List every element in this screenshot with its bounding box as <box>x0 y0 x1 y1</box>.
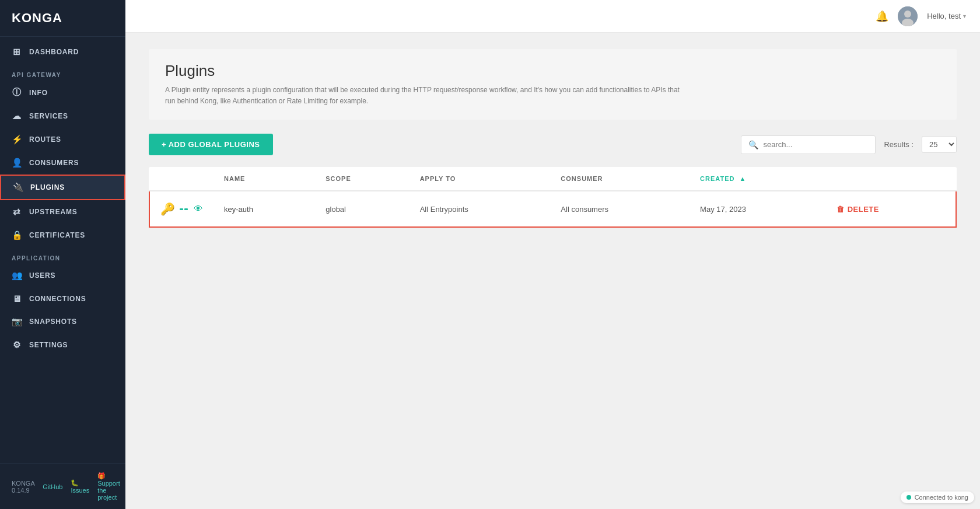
delete-button[interactable]: 🗑 DELETE <box>836 205 879 214</box>
sidebar: KONGA ⊞ DASHBOARD API GATEWAY ⓘ INFO ☁ S… <box>0 0 125 509</box>
info-icon: ⓘ <box>12 87 22 98</box>
status-bar: Connected to kong <box>901 491 974 503</box>
main-content: 🔔 Hello, test ▾ Plugins A Plugin entity … <box>125 0 980 509</box>
section-label-application: APPLICATION <box>0 247 125 264</box>
snapshots-icon: 📷 <box>12 316 22 327</box>
col-apply-to-header: APPLY TO <box>410 167 551 191</box>
row-apply-to-cell: All Entrypoints <box>410 191 551 227</box>
sidebar-item-connections[interactable]: 🖥 CONNECTIONS <box>0 287 125 310</box>
search-area: 🔍 Results : 25 50 100 <box>741 135 957 154</box>
sidebar-item-snapshots[interactable]: 📷 SNAPSHOTS <box>0 310 125 333</box>
users-icon: 👥 <box>12 270 22 281</box>
page-description: A Plugin entity represents a plugin conf… <box>165 85 690 107</box>
results-per-page-select[interactable]: 25 50 100 <box>922 136 957 153</box>
sidebar-item-certificates[interactable]: 🔒 CERTIFICATES <box>0 224 125 247</box>
certificates-icon: 🔒 <box>12 230 22 240</box>
table-row: 🔑 👁 key-auth global All Entrypoints All … <box>149 191 956 227</box>
sidebar-item-info[interactable]: ⓘ INFO <box>0 81 125 104</box>
github-link[interactable]: GitHub <box>43 483 62 490</box>
search-icon: 🔍 <box>748 140 758 149</box>
page-title: Plugins <box>165 62 940 80</box>
sidebar-item-label: CONNECTIONS <box>29 295 86 303</box>
results-label: Results : <box>884 140 914 149</box>
toolbar: + ADD GLOBAL PLUGINS 🔍 Results : 25 50 1… <box>149 134 957 155</box>
support-link[interactable]: 🎁 Support the project <box>97 472 120 501</box>
row-name-cell[interactable]: key-auth <box>214 191 315 227</box>
sidebar-item-label: ROUTES <box>29 135 61 144</box>
col-actions-header <box>826 167 956 191</box>
sidebar-item-label: CERTIFICATES <box>29 231 85 239</box>
sidebar-item-users[interactable]: 👥 USERS <box>0 264 125 287</box>
sidebar-item-services[interactable]: ☁ SERVICES <box>0 104 125 128</box>
version-label: KONGA 0.14.9 <box>12 480 34 494</box>
connections-icon: 🖥 <box>12 294 22 304</box>
row-created-cell: May 17, 2023 <box>690 191 826 227</box>
col-icon <box>149 167 214 191</box>
user-menu[interactable]: Hello, test ▾ <box>927 12 966 20</box>
page-content: Plugins A Plugin entity represents a plu… <box>125 33 980 509</box>
page-header: Plugins A Plugin entity represents a plu… <box>149 49 957 120</box>
col-created-header[interactable]: CREATED ▲ <box>690 167 826 191</box>
search-input[interactable] <box>763 140 868 149</box>
dash-icon <box>180 208 189 210</box>
dashboard-icon: ⊞ <box>12 47 22 57</box>
sidebar-item-label: PLUGINS <box>30 183 65 191</box>
key-icon: 🔑 <box>160 202 175 216</box>
sidebar-item-upstreams[interactable]: ⇄ UPSTREAMS <box>0 200 125 224</box>
routes-icon: ⚡ <box>12 134 22 145</box>
avatar <box>898 6 918 26</box>
search-box: 🔍 <box>741 135 876 154</box>
row-icons-cell: 🔑 👁 <box>149 191 214 227</box>
sidebar-item-label: SETTINGS <box>29 341 68 349</box>
row-consumer-cell: All consumers <box>550 191 690 227</box>
status-text: Connected to kong <box>915 494 968 501</box>
sort-arrow-icon: ▲ <box>740 175 747 182</box>
upstreams-icon: ⇄ <box>12 207 22 217</box>
sidebar-footer: KONGA 0.14.9 GitHub 🐛 Issues 🎁 Support t… <box>0 463 125 509</box>
row-scope-cell: global <box>315 191 409 227</box>
settings-icon: ⚙ <box>12 340 22 350</box>
trash-icon: 🗑 <box>836 205 845 214</box>
sidebar-item-label: USERS <box>29 271 55 280</box>
status-indicator <box>907 495 911 500</box>
sidebar-nav: ⊞ DASHBOARD API GATEWAY ⓘ INFO ☁ SERVICE… <box>0 37 125 463</box>
sidebar-item-settings[interactable]: ⚙ SETTINGS <box>0 333 125 357</box>
sidebar-item-label: INFO <box>29 89 48 97</box>
add-button-label: + ADD GLOBAL PLUGINS <box>162 140 260 149</box>
row-actions-cell: 🗑 DELETE <box>826 191 956 227</box>
chevron-down-icon: ▾ <box>963 13 966 19</box>
sidebar-item-dashboard[interactable]: ⊞ DASHBOARD <box>0 40 125 64</box>
add-global-plugins-button[interactable]: + ADD GLOBAL PLUGINS <box>149 134 273 155</box>
col-consumer-header: CONSUMER <box>550 167 690 191</box>
sidebar-item-label: SERVICES <box>29 112 68 120</box>
user-label: Hello, test <box>927 12 961 20</box>
services-icon: ☁ <box>12 111 22 121</box>
eye-icon: 👁 <box>194 204 203 214</box>
sidebar-item-label: CONSUMERS <box>29 159 79 167</box>
plugins-table: NAME SCOPE APPLY TO CONSUMER CREATED ▲ 🔑 <box>149 167 957 228</box>
section-label-api-gateway: API GATEWAY <box>0 64 125 81</box>
issues-link[interactable]: 🐛 Issues <box>71 479 89 494</box>
col-name-header: NAME <box>214 167 315 191</box>
sidebar-item-label: UPSTREAMS <box>29 208 78 216</box>
sidebar-item-plugins[interactable]: 🔌 PLUGINS <box>0 175 125 200</box>
notification-bell-icon[interactable]: 🔔 <box>876 10 888 23</box>
delete-label: DELETE <box>848 205 879 214</box>
sidebar-item-consumers[interactable]: 👤 CONSUMERS <box>0 151 125 175</box>
sidebar-item-label: SNAPSHOTS <box>29 318 77 326</box>
consumers-icon: 👤 <box>12 158 22 168</box>
sidebar-item-routes[interactable]: ⚡ ROUTES <box>0 128 125 151</box>
topbar: 🔔 Hello, test ▾ <box>125 0 980 33</box>
col-scope-header: SCOPE <box>315 167 409 191</box>
app-logo: KONGA <box>0 0 125 37</box>
svg-point-1 <box>904 11 911 18</box>
sidebar-item-label: DASHBOARD <box>29 48 79 56</box>
plugins-icon: 🔌 <box>13 182 23 193</box>
